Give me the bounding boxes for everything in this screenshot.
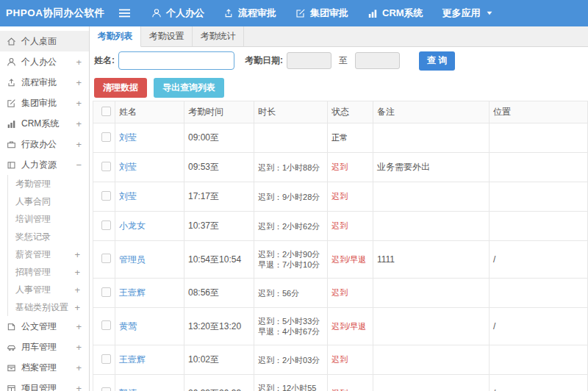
sidebar-subitem-basic-category-settings[interactable]: 基础类别设置+ <box>8 298 89 316</box>
location-cell: / <box>490 308 588 345</box>
expand-icon[interactable]: + <box>74 303 80 312</box>
attendance-time: 09:53至 <box>184 153 254 182</box>
row-checkbox[interactable] <box>101 387 111 391</box>
note-cell <box>373 308 490 345</box>
sidebar-item-document-management[interactable]: 公文管理+ <box>0 316 89 337</box>
row-checkbox[interactable] <box>101 191 111 201</box>
note-cell <box>373 375 490 391</box>
employee-name-link[interactable]: 管理员 <box>119 254 146 265</box>
status-badge: 迟到 <box>331 162 348 171</box>
sidebar-subitem-reward-punishment-record[interactable]: 奖惩记录 <box>8 228 89 245</box>
select-all-checkbox[interactable] <box>101 107 111 116</box>
nav-item-group-approval[interactable]: 集团审批 <box>295 7 348 20</box>
row-checkbox[interactable] <box>101 287 111 297</box>
employee-name-link[interactable]: 刘莹 <box>119 162 137 172</box>
name-input[interactable] <box>118 51 234 70</box>
date-from-input[interactable] <box>287 52 331 69</box>
expand-icon[interactable]: + <box>76 363 82 373</box>
attendance-time: 10:37至 <box>184 212 254 241</box>
expand-icon[interactable]: + <box>76 384 82 391</box>
edit-icon <box>295 8 306 18</box>
expand-icon[interactable]: + <box>76 342 82 352</box>
expand-icon[interactable]: + <box>76 119 82 129</box>
nav-item-label: 流程审批 <box>238 7 276 20</box>
row-checkbox[interactable] <box>101 220 111 230</box>
tab-attendance-settings[interactable]: 考勤设置 <box>141 26 193 46</box>
tab-attendance-list[interactable]: 考勤列表 <box>90 26 141 47</box>
expand-icon[interactable]: + <box>76 98 82 108</box>
employee-name-link[interactable]: 小龙女 <box>119 220 146 231</box>
status-badge: 迟到/早退 <box>331 322 366 331</box>
sidebar-item-admin-office[interactable]: 行政办公+ <box>0 134 89 154</box>
row-checkbox[interactable] <box>101 162 111 171</box>
expand-icon[interactable]: + <box>76 322 82 331</box>
employee-name-link[interactable]: 王壹辉 <box>119 354 146 365</box>
nav-item-crm-system[interactable]: CRM系统 <box>368 7 423 20</box>
nav-item-workflow-approval[interactable]: 流程审批 <box>223 7 276 20</box>
table-header-row: 姓名 考勤时间 时长 状态 备注 位置 <box>93 101 588 123</box>
expand-icon[interactable]: + <box>74 268 80 277</box>
sidebar-item-project-management[interactable]: 项目管理+ <box>0 378 89 391</box>
sidebar-item-personal-office[interactable]: 个人办公+ <box>0 51 89 72</box>
expand-icon[interactable]: + <box>74 285 80 295</box>
sidebar-subitem-training-management[interactable]: 培训管理 <box>8 210 89 228</box>
sidebar-subitem-personnel-contract[interactable]: 人事合同 <box>8 193 89 210</box>
nav-item-personal-office[interactable]: 个人办公 <box>151 7 204 20</box>
row-checkbox[interactable] <box>101 354 111 364</box>
attendance-time: 13:20至13:20 <box>184 308 254 345</box>
note-cell <box>373 182 490 212</box>
user-icon <box>151 8 162 18</box>
date-to-input[interactable] <box>355 52 400 69</box>
menu-toggle-button[interactable] <box>119 8 131 18</box>
attendance-time: 08:56至 <box>184 279 254 308</box>
tab-attendance-statistics[interactable]: 考勤统计 <box>193 26 244 46</box>
export-list-button[interactable]: 导出查询列表 <box>154 78 224 98</box>
employee-name-link[interactable]: 刘莹 <box>119 132 137 143</box>
main-panel: 考勤列表考勤设置考勤统计 姓名: 考勤日期: 至 查 询 清理数据 导出查询列表… <box>90 26 588 391</box>
sidebar-subitem-personnel-management[interactable]: 人事管理+ <box>8 281 89 298</box>
car-icon <box>7 342 16 352</box>
nav-item-more-apps[interactable]: 更多应用 <box>442 7 494 20</box>
table-body: 刘莹09:00至正常刘莹09:53至迟到：1小时88分迟到业务需要外出刘莹17:… <box>93 123 588 391</box>
edit-icon <box>7 98 16 108</box>
location-cell <box>490 345 588 375</box>
expand-icon[interactable]: + <box>76 78 82 87</box>
sidebar-subitem-label: 培训管理 <box>15 213 51 226</box>
row-checkbox[interactable] <box>101 254 111 263</box>
sidebar-item-label: 流程审批 <box>21 76 57 89</box>
sidebar-item-group-approval[interactable]: 集团审批+ <box>0 93 89 113</box>
employee-name-link[interactable]: 王壹辉 <box>119 287 146 298</box>
sidebar-item-vehicle-management[interactable]: 用车管理+ <box>0 337 89 357</box>
sidebar-item-archive-management[interactable]: 档案管理+ <box>0 357 89 378</box>
collapse-icon[interactable]: − <box>76 160 82 170</box>
employee-name-link[interactable]: 刘莹 <box>119 191 137 201</box>
expand-icon[interactable]: + <box>74 250 80 259</box>
nav-item-label: CRM系统 <box>382 7 423 20</box>
sidebar-item-personal-desktop[interactable]: 个人桌面 <box>0 31 89 51</box>
sidebar-subitem-attendance-management[interactable]: 考勤管理 <box>8 175 89 193</box>
duration-cell: 迟到：5小时33分早退：4小时67分 <box>254 308 328 345</box>
nav-item-label: 集团审批 <box>310 7 348 20</box>
status-badge: 正常 <box>331 133 348 142</box>
column-header-note: 备注 <box>373 101 490 123</box>
employee-name-link[interactable]: 郭清 <box>119 388 137 391</box>
expand-icon[interactable]: + <box>76 140 82 149</box>
sidebar-item-human-resources[interactable]: 人力资源− <box>0 154 89 175</box>
sidebar-item-crm-system[interactable]: CRM系统+ <box>0 113 89 134</box>
row-checkbox[interactable] <box>101 132 111 142</box>
clear-data-button[interactable]: 清理数据 <box>94 78 147 98</box>
query-button[interactable]: 查 询 <box>419 51 455 71</box>
caret-down-icon <box>485 9 494 18</box>
duration-cell: 迟到：12小时55分 <box>254 375 328 391</box>
sidebar-subitem-salary-management[interactable]: 薪资管理+ <box>8 245 89 263</box>
sidebar-item-workflow-approval[interactable]: 流程审批+ <box>0 72 89 93</box>
sidebar-subitem-recruitment-management[interactable]: 招聘管理+ <box>8 263 89 281</box>
duration-line: 迟到：2小时03分 <box>258 355 323 365</box>
employee-name-link[interactable]: 黄莺 <box>119 321 137 331</box>
expand-icon[interactable]: + <box>76 57 82 67</box>
archive-icon <box>7 363 16 373</box>
note-cell <box>373 123 490 153</box>
top-header: PHPOA协同办公软件 个人办公流程审批集团审批CRM系统更多应用 <box>0 0 588 26</box>
row-checkbox[interactable] <box>101 320 111 330</box>
sidebar-item-label: 项目管理 <box>21 382 57 391</box>
